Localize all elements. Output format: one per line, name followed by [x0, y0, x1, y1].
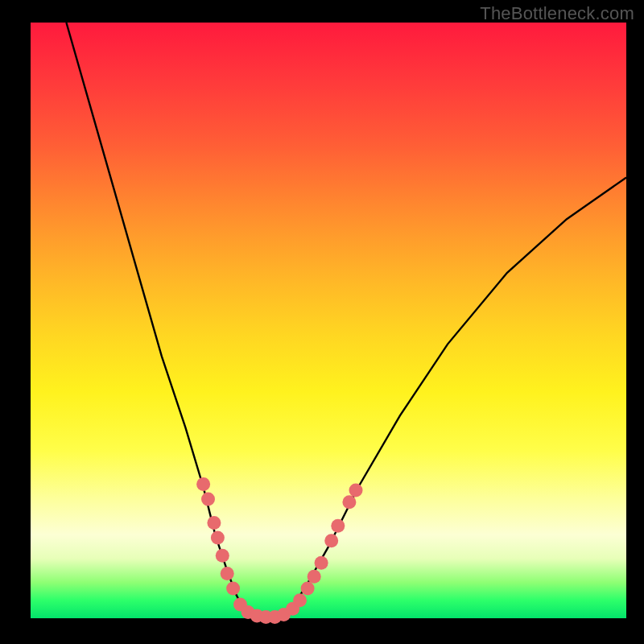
- curve-marker: [226, 582, 240, 596]
- curve-marker: [221, 567, 234, 580]
- bottleneck-curve: [66, 23, 626, 618]
- curve-marker: [315, 556, 328, 570]
- chart-svg: [31, 23, 626, 618]
- curve-marker: [207, 516, 221, 530]
- curve-marker: [331, 519, 345, 533]
- curve-marker: [201, 493, 215, 506]
- curve-marker: [301, 582, 315, 596]
- curve-marker: [216, 549, 229, 563]
- curve-marker: [196, 477, 210, 491]
- curve-marker: [349, 483, 363, 497]
- curve-marker: [342, 495, 356, 509]
- curve-marker: [324, 534, 338, 547]
- chart-plot-area: [31, 23, 626, 618]
- watermark-text: TheBottleneck.com: [480, 3, 634, 24]
- chart-frame: TheBottleneck.com: [0, 0, 644, 644]
- curve-marker: [211, 531, 225, 545]
- curve-marker: [308, 570, 321, 584]
- curve-markers: [196, 477, 362, 624]
- curve-marker: [293, 593, 307, 607]
